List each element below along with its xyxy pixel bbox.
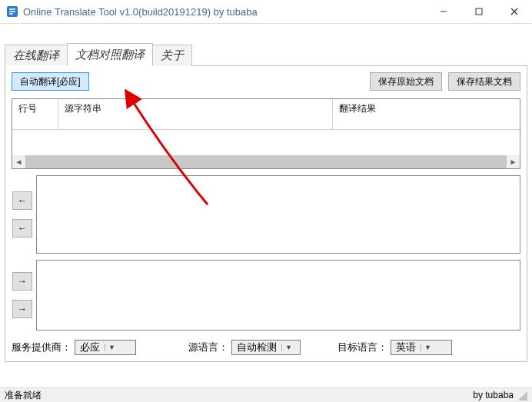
arrow-left-icon: ← [18, 195, 27, 206]
toolbar: 自动翻译[必应] 保存原始文档 保存结果文档 [12, 72, 520, 91]
arrow-left-icon: ← [18, 223, 27, 234]
tab-online-translate[interactable]: 在线翻译 [5, 45, 68, 66]
chevron-down-icon: ▼ [421, 344, 431, 351]
close-button[interactable] [497, 0, 532, 23]
result-text-area[interactable] [36, 260, 520, 331]
source-lang-select[interactable]: 自动检测 ▼ [231, 340, 301, 355]
source-lang-value: 自动检测 [237, 341, 277, 354]
save-result-doc-button[interactable]: 保存结果文档 [448, 72, 520, 91]
tab-document-compare-translate[interactable]: 文档对照翻译 [67, 43, 153, 66]
scroll-right-icon[interactable]: ► [507, 155, 520, 168]
move-down-button-2[interactable]: → [12, 300, 32, 318]
provider-value: 必应 [80, 341, 100, 354]
title-bar: Online Translate Tool v1.0(build20191219… [0, 0, 532, 24]
arrow-right-icon: → [18, 276, 27, 287]
column-header-source-string[interactable]: 源字符串 [58, 99, 333, 130]
tab-strip: 在线翻译 文档对照翻译 关于 [5, 44, 527, 66]
tab-about[interactable]: 关于 [152, 45, 192, 66]
minimize-button[interactable] [426, 0, 461, 23]
scroll-left-icon[interactable]: ◄ [12, 155, 25, 168]
svg-rect-2 [476, 8, 482, 15]
move-up-button-1[interactable]: ← [12, 191, 32, 210]
source-text-area[interactable] [36, 175, 520, 254]
save-source-doc-button[interactable]: 保存原始文档 [370, 72, 442, 91]
status-bar: 准备就绪 by tubaba [0, 387, 532, 402]
chevron-down-icon: ▼ [105, 344, 115, 351]
move-down-button-1[interactable]: → [12, 272, 32, 291]
table-h-scrollbar[interactable]: ◄ ► [12, 155, 520, 168]
translation-table[interactable]: 行号 源字符串 翻译结果 ◄ ► [12, 98, 520, 169]
window-title: Online Translate Tool v1.0(build20191219… [23, 6, 426, 18]
provider-label: 服务提供商： [12, 341, 71, 354]
resize-grip-icon[interactable] [517, 390, 527, 400]
window-controls [426, 0, 532, 23]
auto-translate-button[interactable]: 自动翻译[必应] [12, 72, 89, 91]
tab-panel-document: 自动翻译[必应] 保存原始文档 保存结果文档 行号 源字符串 翻译结果 ◄ ► … [5, 66, 527, 362]
target-lang-label: 目标语言： [337, 341, 387, 354]
source-lang-label: 源语言： [188, 341, 228, 354]
column-header-line-number[interactable]: 行号 [12, 99, 58, 130]
move-up-button-2[interactable]: ← [12, 219, 32, 238]
arrow-right-icon: → [18, 304, 27, 314]
provider-select[interactable]: 必应 ▼ [75, 340, 136, 355]
status-text: 准备就绪 [5, 389, 42, 402]
status-author: by tubaba [473, 390, 514, 400]
scroll-thumb[interactable] [25, 155, 507, 168]
chevron-down-icon: ▼ [281, 344, 292, 351]
column-header-translation-result[interactable]: 翻译结果 [333, 99, 520, 130]
app-icon [6, 5, 18, 18]
maximize-button[interactable] [461, 0, 497, 23]
config-row: 服务提供商： 必应 ▼ 源语言： 自动检测 ▼ 目标语言： 英语 ▼ [12, 340, 520, 355]
target-lang-value: 英语 [396, 341, 416, 354]
target-lang-select[interactable]: 英语 ▼ [391, 340, 452, 355]
